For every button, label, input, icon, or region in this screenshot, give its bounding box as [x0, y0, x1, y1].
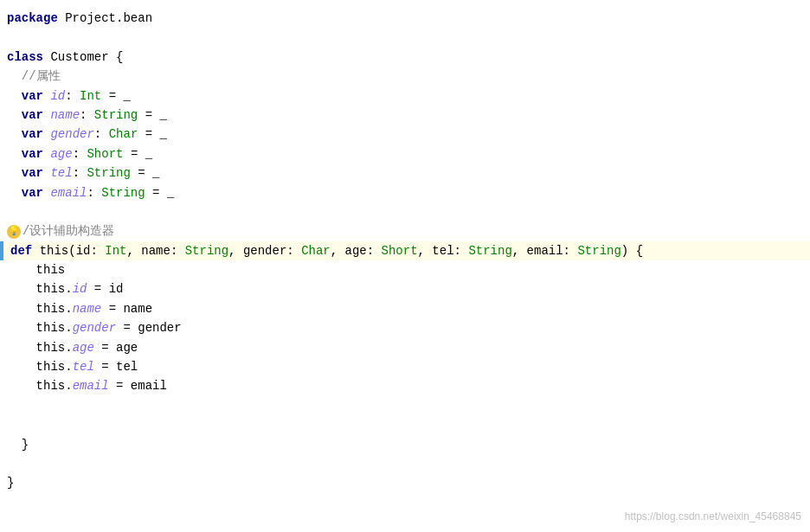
watermark: https://blog.csdn.net/weixin_45468845 — [625, 509, 801, 525]
line-19-content: this.tel = tel — [7, 357, 138, 376]
line-23-content: } — [7, 435, 29, 454]
line-25-content: } — [7, 473, 14, 492]
line-4: //属性 — [0, 67, 810, 86]
line-7: var gender: Char = _ — [0, 125, 810, 144]
line-18-content: this.age = age — [7, 338, 138, 357]
line-25: } — [0, 473, 810, 492]
line-17: this.gender = gender — [0, 318, 810, 337]
code-editor: package Project.bean class Customer { //… — [0, 0, 810, 532]
line-22-content — [7, 415, 14, 434]
line-21-content — [7, 396, 14, 415]
line-24 — [0, 454, 810, 473]
line-2 — [0, 28, 810, 47]
line-1: package Project.bean — [0, 9, 810, 28]
line-2-content — [7, 28, 14, 47]
line-7-content: var gender: Char = _ — [7, 125, 167, 144]
line-17-content: this.gender = gender — [7, 318, 182, 337]
line-20-content: this.email = email — [7, 376, 167, 395]
line-4-content: //属性 — [7, 67, 61, 86]
line-12: 💡/设计辅助构造器 — [0, 221, 810, 240]
line-3: class Customer { — [0, 48, 810, 67]
line-8-content: var age: Short = _ — [7, 144, 152, 163]
line-8: var age: Short = _ — [0, 144, 810, 163]
line-12-content: 💡/设计辅助构造器 — [7, 221, 114, 240]
line-19: this.tel = tel — [0, 357, 810, 376]
line-6: var name: String = _ — [0, 106, 810, 125]
line-10-content: var email: String = _ — [7, 183, 174, 202]
line-5: var id: Int = _ — [0, 87, 810, 106]
line-13-content: def this(id: Int, name: String, gender: … — [7, 241, 643, 260]
line-16-content: this.name = name — [7, 299, 152, 318]
line-16: this.name = name — [0, 299, 810, 318]
line-14: this — [0, 260, 810, 279]
line-15: this.id = id — [0, 279, 810, 298]
line-9-content: var tel: String = _ — [7, 163, 160, 183]
line-23: } — [0, 435, 810, 454]
line-21 — [0, 396, 810, 415]
line-11 — [0, 202, 810, 221]
line-5-content: var id: Int = _ — [7, 87, 131, 106]
line-20: this.email = email — [0, 376, 810, 395]
line-18: this.age = age — [0, 338, 810, 357]
line-22 — [0, 415, 810, 434]
left-bar — [0, 241, 3, 260]
line-3-content: class Customer { — [7, 48, 123, 67]
hint-icon: 💡 — [7, 225, 21, 239]
line-13: def this(id: Int, name: String, gender: … — [0, 241, 810, 260]
line-14-content: this — [7, 260, 65, 279]
line-10: var email: String = _ — [0, 183, 810, 202]
line-15-content: this.id = id — [7, 279, 123, 298]
line-1-content: package Project.bean — [7, 9, 152, 28]
line-6-content: var name: String = _ — [7, 106, 167, 125]
line-9: var tel: String = _ — [0, 163, 810, 183]
line-11-content — [7, 202, 14, 221]
line-24-content — [7, 454, 14, 473]
